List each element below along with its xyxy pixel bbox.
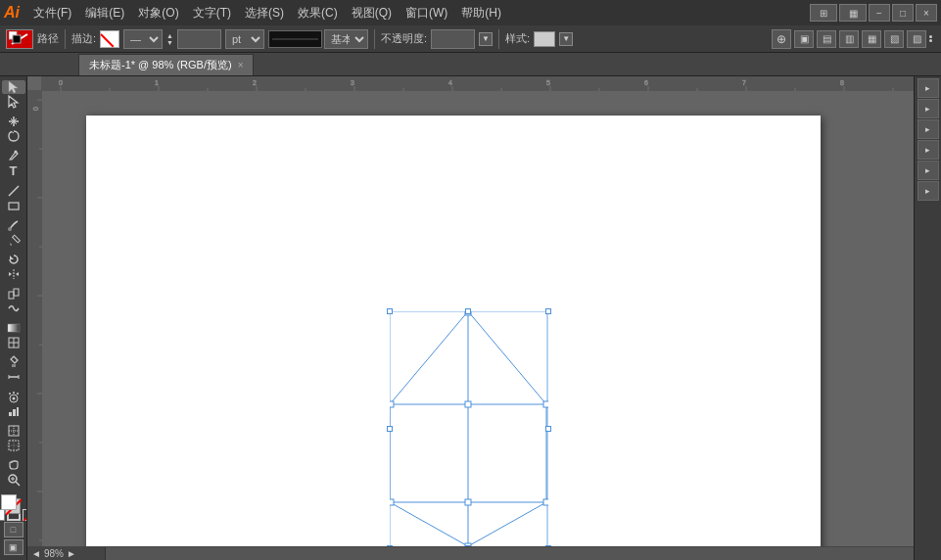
svg-rect-36: [13, 409, 16, 416]
pencil-tool-btn[interactable]: [2, 233, 25, 247]
menu-help[interactable]: 帮助(H): [455, 3, 507, 23]
view-mode-btn[interactable]: □: [4, 522, 24, 537]
align-btn-6[interactable]: ▨: [907, 30, 926, 48]
tab-title: 未标题-1* @ 98% (RGB/预览): [89, 58, 232, 72]
maximize-btn[interactable]: □: [892, 4, 914, 22]
panel-btn-2[interactable]: ▸: [917, 99, 939, 118]
window-controls: ⊞ ▦ − □ ×: [810, 4, 937, 22]
panel-btn-5[interactable]: ▸: [917, 161, 939, 180]
divider-3: [498, 29, 499, 49]
style-dropdown-btn[interactable]: ▼: [559, 32, 573, 46]
menu-window[interactable]: 窗口(W): [400, 3, 453, 23]
align-btn-5[interactable]: ▧: [884, 30, 904, 48]
path-label: 路径: [37, 31, 59, 46]
align-btn-3[interactable]: ▥: [839, 30, 859, 48]
selection-tool-btn[interactable]: [2, 80, 25, 94]
menu-file[interactable]: 文件(F): [27, 3, 77, 23]
svg-rect-105: [465, 401, 471, 407]
stroke-weight-arrows[interactable]: ▲ ▼: [166, 32, 173, 46]
align-btn-2[interactable]: ▤: [817, 30, 836, 48]
warp-tool-btn[interactable]: [2, 302, 25, 315]
stroke-style-select[interactable]: 基本: [324, 29, 368, 49]
svg-line-45: [16, 482, 20, 486]
hand-tool-btn[interactable]: [2, 458, 25, 472]
fill-swatch[interactable]: [1, 494, 17, 510]
workspace-btn[interactable]: ▦: [839, 4, 867, 22]
pen-tool-btn[interactable]: [2, 149, 25, 163]
handle-mr[interactable]: [545, 426, 551, 432]
opacity-dropdown-btn[interactable]: ▼: [479, 32, 493, 46]
tab-bar: 未标题-1* @ 98% (RGB/预览) ×: [0, 53, 941, 76]
measure-tool-btn[interactable]: [2, 370, 25, 384]
svg-rect-106: [390, 499, 394, 505]
screen-mode-btn[interactable]: ▣: [4, 539, 24, 555]
svg-text:4: 4: [448, 79, 452, 86]
slice-tool-btn[interactable]: [2, 424, 25, 438]
svg-rect-104: [543, 401, 548, 407]
text-tool-btn[interactable]: T: [2, 163, 25, 178]
options-bar: 路径 描边: — ▲ ▼ pt 基本 不透明度: 100% ▼ 样式: ▼ ⊕ …: [0, 25, 941, 53]
align-btn-4[interactable]: ▦: [862, 30, 881, 48]
symbol-spray-btn[interactable]: [2, 390, 25, 403]
minimize-btn[interactable]: −: [869, 4, 890, 22]
stroke-icon-btn[interactable]: [6, 29, 33, 49]
menu-edit[interactable]: 编辑(E): [79, 3, 130, 23]
zoom-out-btn[interactable]: ◄: [31, 548, 41, 559]
panel-btn-1[interactable]: ▸: [917, 78, 939, 98]
svg-rect-12: [9, 203, 19, 210]
rotate-tool-btn[interactable]: [2, 253, 25, 266]
handle-tr[interactable]: [545, 308, 551, 314]
app-logo: Ai: [4, 4, 20, 22]
handle-ml[interactable]: [387, 426, 393, 432]
menu-select[interactable]: 选择(S): [239, 3, 290, 23]
align-btn-1[interactable]: ▣: [794, 30, 814, 48]
close-btn[interactable]: ×: [916, 4, 937, 22]
chart-tool-btn[interactable]: [2, 404, 25, 418]
stroke-unit-select[interactable]: pt: [225, 29, 264, 49]
tab-close-btn[interactable]: ×: [238, 60, 244, 70]
right-panel: ▸ ▸ ▸ ▸ ▸ ▸: [914, 76, 941, 560]
bottom-scrollbar[interactable]: ◄ 98% ►: [27, 546, 914, 560]
panel-btn-6[interactable]: ▸: [917, 181, 939, 201]
handle-tc[interactable]: [465, 308, 471, 314]
zoom-level: 98%: [44, 548, 64, 559]
stroke-line-preview: 基本: [268, 29, 368, 49]
svg-text:7: 7: [742, 79, 746, 86]
line-tool-btn[interactable]: [2, 184, 25, 198]
magic-wand-btn[interactable]: [2, 115, 25, 128]
svg-point-34: [17, 393, 19, 395]
panel-btn-4[interactable]: ▸: [917, 140, 939, 160]
overflow-btn[interactable]: [929, 30, 935, 48]
svg-text:1: 1: [155, 79, 159, 86]
menu-effect[interactable]: 效果(C): [292, 3, 344, 23]
svg-line-9: [12, 132, 14, 134]
mesh-tool-btn[interactable]: [2, 336, 25, 350]
direct-selection-tool-btn[interactable]: [2, 95, 25, 109]
style-swatch[interactable]: [534, 31, 555, 47]
scale-tool-btn[interactable]: [2, 287, 25, 301]
window-icon-btn[interactable]: ⊞: [810, 4, 837, 22]
panel-btn-3[interactable]: ▸: [917, 119, 939, 139]
svg-marker-15: [10, 243, 12, 246]
reflect-tool-btn[interactable]: [2, 267, 25, 281]
gradient-tool-btn[interactable]: [2, 321, 25, 335]
opacity-input[interactable]: 100%: [431, 29, 475, 49]
svg-text:0: 0: [59, 79, 63, 86]
zoom-tool-btn[interactable]: [2, 473, 25, 487]
stroke-type-select[interactable]: —: [123, 29, 163, 49]
handle-tl[interactable]: [387, 308, 393, 314]
stroke-weight-input[interactable]: [177, 29, 221, 49]
shape-tool-btn[interactable]: [2, 199, 25, 212]
artboard-tool-btn[interactable]: [2, 439, 25, 452]
lasso-tool-btn[interactable]: [2, 129, 25, 143]
menu-view[interactable]: 视图(Q): [346, 3, 398, 23]
globe-icon-btn[interactable]: ⊕: [772, 29, 791, 49]
menu-object[interactable]: 对象(O): [132, 3, 184, 23]
eyedropper-btn[interactable]: [2, 355, 25, 369]
brush-tool-btn[interactable]: [2, 218, 25, 232]
stroke-color-swatch[interactable]: [100, 30, 119, 48]
document-tab[interactable]: 未标题-1* @ 98% (RGB/预览) ×: [78, 54, 254, 75]
zoom-in-btn[interactable]: ►: [67, 548, 76, 559]
shape-container[interactable]: [390, 311, 548, 548]
menu-type[interactable]: 文字(T): [187, 3, 237, 23]
